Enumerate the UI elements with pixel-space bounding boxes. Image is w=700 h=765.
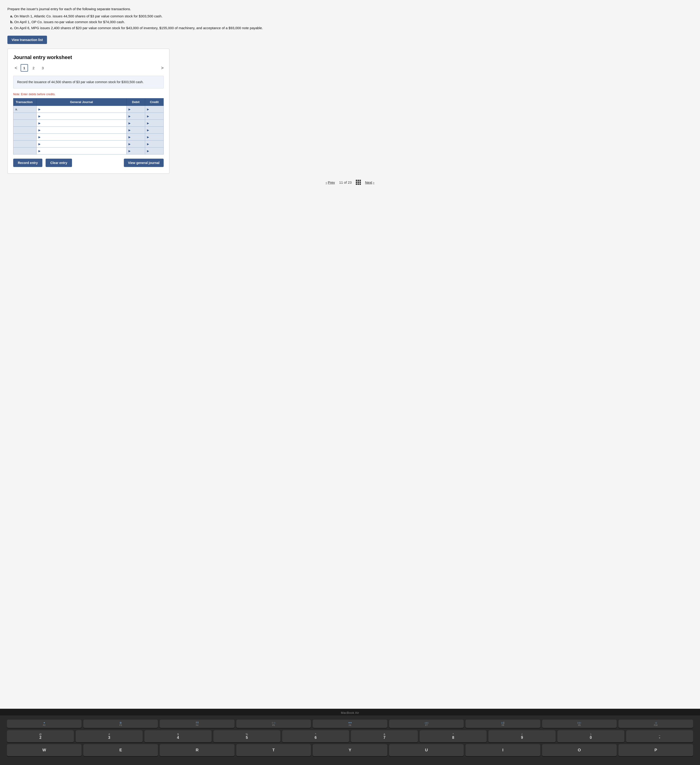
key-r[interactable]: R <box>160 744 234 756</box>
input-arrow-icon: ▶ <box>129 115 130 118</box>
key-o[interactable]: O <box>542 744 617 756</box>
table-row: ▶ ▶ ▶ <box>13 148 164 154</box>
table-row: ▶ ▶ ▶ <box>13 113 164 120</box>
caret-symbol: ^ <box>315 733 316 735</box>
current-page: 11 <box>339 180 343 184</box>
cell-journal-4[interactable]: ▶ <box>36 134 127 140</box>
input-arrow-icon: ▶ <box>129 121 130 125</box>
i-label: I <box>502 748 504 752</box>
problem-statement: Prepare the issuer's journal entry for e… <box>8 6 692 31</box>
pagination-prev-button[interactable]: ‹ Prev <box>326 180 335 184</box>
cell-transaction-6 <box>13 148 36 154</box>
key-8[interactable]: * 8 <box>420 730 487 742</box>
key-e[interactable]: E <box>83 744 158 756</box>
key-f2[interactable]: ✦ F2 <box>7 719 82 728</box>
input-arrow-icon: ▶ <box>129 135 130 139</box>
cell-credit-0[interactable]: ▶ <box>145 106 164 113</box>
cell-transaction-4 <box>13 134 36 140</box>
cell-debit-6[interactable]: ▶ <box>127 148 145 154</box>
key-f9[interactable]: ▷▷ F9 <box>542 719 617 728</box>
cell-credit-1[interactable]: ▶ <box>145 113 164 120</box>
key-3[interactable]: # 3 <box>76 730 143 742</box>
key-f6[interactable]: ✦✦ F6 <box>313 719 387 728</box>
nav-prev-arrow[interactable]: < <box>13 65 19 71</box>
f6-icon: ✦✦ <box>348 721 352 724</box>
f4-label: F4 <box>196 724 198 726</box>
cell-credit-4[interactable]: ▶ <box>145 134 164 140</box>
cell-debit-4[interactable]: ▶ <box>127 134 145 140</box>
key-f4[interactable]: ⠿⠿ F4 <box>160 719 234 728</box>
input-arrow-icon: ▶ <box>129 108 130 111</box>
key-f5[interactable]: ☆☆ F5 <box>236 719 311 728</box>
cell-transaction-3 <box>13 127 36 134</box>
cell-debit-0[interactable]: ▶ <box>127 106 145 113</box>
cell-journal-5[interactable]: ▶ <box>36 140 127 148</box>
key-4[interactable]: $ 4 <box>144 730 211 742</box>
pagination-next-button[interactable]: Next › <box>365 180 374 184</box>
letter-key-row: W E R T Y U I O P <box>7 744 693 756</box>
record-entry-button[interactable]: Record entry <box>13 159 42 167</box>
nav-next-arrow[interactable]: > <box>161 65 164 71</box>
key-f8[interactable]: ▷|| F8 <box>466 719 540 728</box>
t-label: T <box>272 748 275 752</box>
f2-icon: ✦ <box>43 721 45 724</box>
key-y[interactable]: Y <box>313 744 387 756</box>
f7-label: F7 <box>425 724 428 726</box>
keyboard: ✦ F2 ⊞ F3 ⠿⠿ F4 ☆☆ F5 ✦✦ F6 ◁◁ F7 ▷|| F8… <box>0 715 700 765</box>
cell-journal-2[interactable]: ▶ <box>36 120 127 127</box>
key-9-label: 9 <box>521 735 523 740</box>
key-i[interactable]: I <box>466 744 540 756</box>
worksheet-container: Journal entry worksheet < 1 2 3 > Record… <box>8 49 170 174</box>
key-0[interactable]: ) 0 <box>557 730 624 742</box>
cell-transaction-a: a. <box>13 106 36 113</box>
cell-credit-3[interactable]: ▶ <box>145 127 164 134</box>
key-5-label: 5 <box>246 735 248 740</box>
lparen-symbol: ( <box>521 733 523 735</box>
dollar-symbol: $ <box>177 733 179 735</box>
view-transaction-button[interactable]: View transaction list <box>8 36 47 44</box>
rparen-symbol: ) <box>590 733 591 735</box>
cell-debit-2[interactable]: ▶ <box>127 120 145 127</box>
nav-page-2[interactable]: 2 <box>30 64 37 72</box>
key-6[interactable]: ^ 6 <box>282 730 349 742</box>
input-arrow-icon: ▶ <box>129 150 130 153</box>
key-f10[interactable]: ◁ F10 <box>618 719 693 728</box>
key-p[interactable]: P <box>618 744 693 756</box>
nav-page-3[interactable]: 3 <box>39 64 47 72</box>
cell-journal-0[interactable]: ▶ <box>36 106 127 113</box>
cell-debit-3[interactable]: ▶ <box>127 127 145 134</box>
ampersand-symbol: & <box>384 733 385 735</box>
cell-credit-6[interactable]: ▶ <box>145 148 164 154</box>
nav-page-1[interactable]: 1 <box>20 64 28 72</box>
key-2[interactable]: @ 2 <box>7 730 74 742</box>
key-u[interactable]: U <box>389 744 464 756</box>
f2-label: F2 <box>43 724 46 726</box>
view-general-journal-button[interactable]: View general journal <box>124 159 164 167</box>
key-t[interactable]: T <box>236 744 311 756</box>
clear-entry-button[interactable]: Clear entry <box>46 159 72 167</box>
cell-debit-1[interactable]: ▶ <box>127 113 145 120</box>
cell-journal-6[interactable]: ▶ <box>36 148 127 154</box>
key-f7[interactable]: ◁◁ F7 <box>389 719 464 728</box>
key-w[interactable]: W <box>7 744 82 756</box>
col-debit: Debit <box>127 98 145 106</box>
note-text: Note: Enter debits before credits. <box>13 93 164 96</box>
key-7[interactable]: & 7 <box>351 730 418 742</box>
key-5[interactable]: % 5 <box>213 730 280 742</box>
cell-journal-3[interactable]: ▶ <box>36 127 127 134</box>
at-symbol: @ <box>39 733 42 735</box>
cell-credit-2[interactable]: ▶ <box>145 120 164 127</box>
key-minus[interactable]: _ - <box>626 730 693 742</box>
input-arrow-icon: ▶ <box>129 142 130 146</box>
key-9[interactable]: ( 9 <box>488 730 555 742</box>
cell-credit-5[interactable]: ▶ <box>145 140 164 148</box>
cell-debit-5[interactable]: ▶ <box>127 140 145 148</box>
input-arrow-icon: ▶ <box>147 129 149 132</box>
key-6-label: 6 <box>315 735 317 740</box>
cell-journal-1[interactable]: ▶ <box>36 113 127 120</box>
key-f3[interactable]: ⊞ F3 <box>83 719 158 728</box>
input-arrow-icon: ▶ <box>147 115 149 118</box>
sub-items: a. On March 1, Atlantic Co. issues 44,50… <box>10 14 692 31</box>
underscore-symbol: _ <box>659 733 660 735</box>
grid-view-icon[interactable] <box>356 180 361 185</box>
